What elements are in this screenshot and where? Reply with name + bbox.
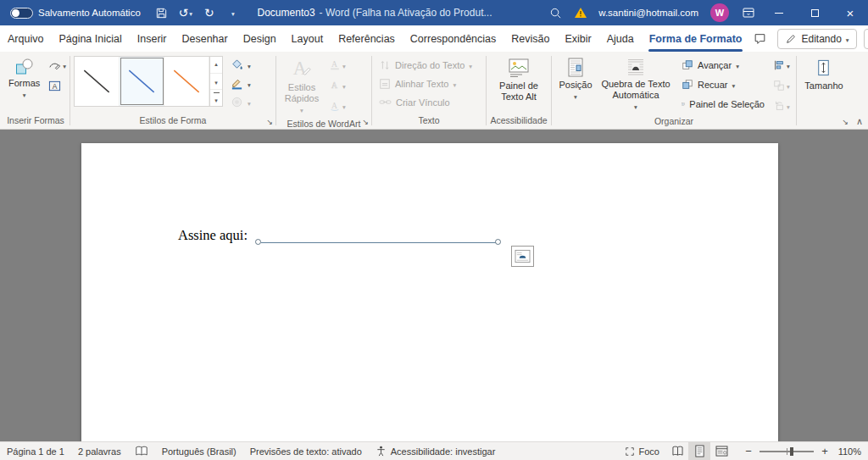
customize-qat-button[interactable] (222, 1, 244, 25)
text-outline-icon: A (329, 80, 341, 91)
redo-button[interactable]: ↻ (198, 1, 220, 25)
tab-referencias[interactable]: Referências (331, 25, 403, 52)
gallery-scroll-up-button[interactable]: ▴ (210, 57, 222, 74)
minimize-button[interactable] (761, 0, 797, 25)
alt-text-pane-button[interactable]: Painel de Texto Alt (492, 56, 545, 104)
line-end-handle[interactable] (495, 239, 501, 245)
tab-layout[interactable]: Layout (284, 25, 331, 52)
tab-correspondencias[interactable]: Correspondências (403, 25, 504, 52)
zoom-slider-handle[interactable] (790, 447, 793, 456)
text-direction-button[interactable]: Direção do Texto (376, 56, 476, 74)
activation-warning-button[interactable] (568, 0, 593, 25)
chevron-down-icon (231, 7, 235, 19)
proofing-button[interactable] (128, 442, 155, 460)
shape-style-option-blue-selected[interactable] (120, 57, 164, 106)
ribbon-display-options-button[interactable] (736, 0, 761, 25)
signature-label-text[interactable]: Assine aqui: (178, 227, 248, 244)
wrap-text-button[interactable]: Quebra de Texto Automática (596, 56, 676, 114)
group-objects-button[interactable] (771, 76, 793, 95)
gallery-scroll-down-button[interactable] (210, 74, 222, 91)
position-button[interactable]: Posição (555, 56, 596, 103)
web-layout-button[interactable] (710, 442, 732, 460)
tab-arquivo[interactable]: Arquivo (0, 25, 51, 52)
dialog-launcher-icon[interactable] (266, 119, 273, 126)
send-backward-button[interactable]: Recuar (678, 75, 768, 93)
chevron-down-icon (214, 75, 218, 87)
edit-shape-button[interactable] (46, 56, 69, 75)
quick-styles-button[interactable]: A Estilos Rápidos (280, 56, 324, 118)
ribbon: Formas A Inserir Formas (0, 52, 868, 130)
tab-ajuda[interactable]: Ajuda (599, 25, 642, 52)
save-button[interactable] (151, 1, 173, 25)
accessibility-checker[interactable]: Acessibilidade: investigar (369, 442, 503, 460)
zoom-out-button[interactable]: − (741, 445, 756, 457)
tab-design[interactable]: Design (236, 25, 284, 52)
toggle-switch-icon[interactable] (10, 8, 33, 19)
layout-options-button[interactable] (511, 246, 534, 267)
send-backward-icon (682, 79, 693, 91)
search-button[interactable] (542, 0, 568, 25)
tab-forma-de-formato[interactable]: Forma de Formato (642, 25, 750, 52)
read-mode-button[interactable] (666, 442, 688, 460)
zoom-in-button[interactable]: + (817, 445, 832, 457)
align-text-button[interactable]: Alinhar Texto (376, 75, 459, 92)
shape-style-option-black[interactable] (75, 57, 120, 106)
selection-pane-button[interactable]: Painel de Seleção (678, 95, 768, 113)
print-layout-icon (694, 445, 705, 457)
text-fill-button[interactable]: A (326, 56, 348, 75)
page-indicator[interactable]: Página 1 de 1 (0, 442, 71, 460)
tab-desenhar[interactable]: Desenhar (174, 25, 235, 52)
line-style-black-icon (78, 63, 115, 100)
position-icon (567, 58, 584, 77)
close-button[interactable]: × (832, 0, 868, 25)
size-button[interactable]: Tamanho (801, 56, 846, 93)
tab-revisao[interactable]: Revisão (504, 25, 557, 52)
document-page[interactable]: Assine aqui: (81, 143, 778, 441)
tab-inserir[interactable]: Inserir (130, 25, 175, 52)
text-effects-button[interactable]: A (326, 97, 348, 115)
editing-mode-dropdown[interactable]: Editando (777, 29, 856, 49)
dialog-launcher-icon[interactable] (842, 119, 849, 126)
autosave-toggle[interactable]: Salvamento Automático (0, 8, 147, 19)
gallery-more-button[interactable] (210, 90, 222, 106)
account-email[interactable]: w.santini@hotmail.com (593, 8, 704, 18)
rotate-objects-button[interactable] (771, 97, 793, 115)
selected-line-shape[interactable] (261, 242, 498, 243)
zoom-percentage[interactable]: 110% (832, 446, 861, 457)
avatar[interactable]: W (710, 3, 729, 22)
undo-button[interactable]: ↺ (175, 1, 197, 25)
tab-exibir[interactable]: Exibir (557, 25, 598, 52)
group-acessibilidade: Painel de Texto Alt Acessibilidade (487, 53, 551, 129)
text-fill-icon: A (329, 59, 341, 71)
tab-pagina-inicial[interactable]: Página Inicial (51, 25, 129, 52)
draw-text-box-button[interactable]: A (46, 76, 69, 95)
document-area[interactable]: Assine aqui: (0, 130, 868, 441)
zoom-slider[interactable] (760, 451, 814, 452)
undo-icon: ↺ (179, 7, 189, 19)
word-count[interactable]: 2 palavras (71, 442, 128, 460)
maximize-button[interactable] (797, 0, 832, 25)
shape-effects-button[interactable] (227, 93, 254, 111)
create-link-button[interactable]: Criar Vínculo (376, 93, 453, 111)
text-predictions-indicator[interactable]: Previsões de texto: ativado (243, 442, 369, 460)
collapse-ribbon-button[interactable]: ∧ (856, 116, 863, 127)
line-start-handle[interactable] (255, 239, 261, 245)
chevron-down-icon (248, 60, 251, 70)
chevron-down-icon (736, 60, 739, 70)
shape-fill-button[interactable] (227, 56, 254, 74)
shape-style-option-orange[interactable] (164, 57, 209, 106)
zoom-notch (787, 448, 787, 455)
comments-button[interactable] (749, 29, 771, 49)
dialog-launcher-icon[interactable] (362, 119, 369, 126)
shape-effects-icon (231, 96, 243, 108)
bring-forward-button[interactable]: Avançar (678, 56, 768, 74)
align-objects-icon (773, 59, 785, 71)
shape-outline-button[interactable] (227, 75, 254, 92)
formas-button[interactable]: Formas (5, 56, 43, 102)
share-button[interactable] (864, 29, 868, 49)
focus-button[interactable]: Foco (618, 442, 666, 460)
language-indicator[interactable]: Português (Brasil) (155, 442, 243, 460)
text-outline-button[interactable]: A (326, 76, 348, 95)
print-layout-button[interactable] (688, 442, 710, 460)
align-objects-button[interactable] (771, 56, 793, 75)
